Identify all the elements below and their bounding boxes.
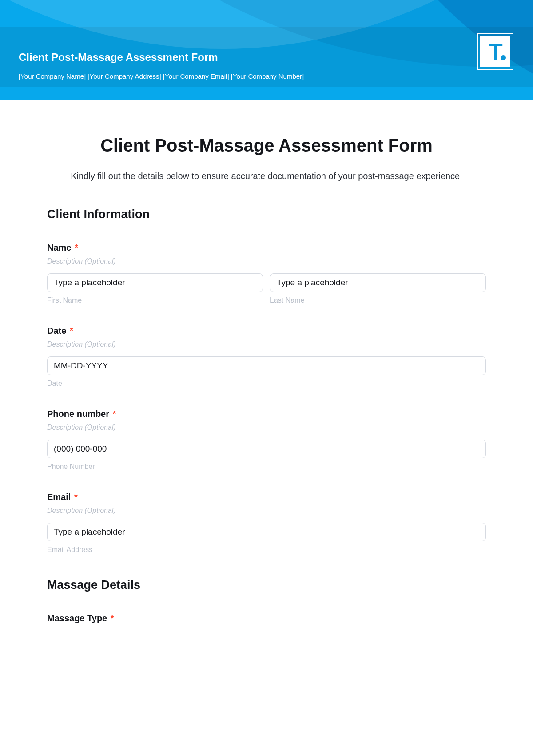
label-text: Email — [47, 492, 71, 502]
first-name-sublabel: First Name — [47, 296, 263, 304]
field-name: Name * Description (Optional) First Name… — [47, 243, 486, 304]
phone-input[interactable] — [47, 440, 486, 458]
required-mark: * — [75, 243, 78, 252]
phone-sublabel: Phone Number — [47, 463, 486, 471]
required-mark: * — [74, 492, 78, 502]
email-sublabel: Email Address — [47, 546, 486, 554]
field-date: Date * Description (Optional) Date — [47, 326, 486, 388]
banner-subline: [Your Company Name] [Your Company Addres… — [19, 72, 304, 80]
field-email-label: Email * — [47, 492, 486, 502]
page-title: Client Post-Massage Assessment Form — [47, 136, 486, 156]
field-email: Email * Description (Optional) Email Add… — [47, 492, 486, 554]
field-date-label: Date * — [47, 326, 486, 336]
field-date-desc: Description (Optional) — [47, 340, 486, 348]
company-logo: T — [477, 33, 513, 70]
last-name-sublabel: Last Name — [270, 296, 486, 304]
label-text: Date — [47, 326, 66, 336]
banner-text: Client Post-Massage Assessment Form [You… — [19, 51, 304, 80]
field-email-desc: Description (Optional) — [47, 507, 486, 515]
field-phone: Phone number * Description (Optional) Ph… — [47, 409, 486, 471]
required-mark: * — [113, 409, 116, 419]
field-massage-type: Massage Type * — [47, 613, 486, 624]
page-intro: Kindly fill out the details below to ens… — [47, 169, 486, 183]
date-input[interactable] — [47, 356, 486, 375]
first-name-input[interactable] — [47, 273, 263, 292]
banner-waves — [0, 0, 533, 100]
form-body: Client Post-Massage Assessment Form Kind… — [0, 100, 533, 641]
field-name-desc: Description (Optional) — [47, 257, 486, 265]
field-phone-label: Phone number * — [47, 409, 486, 419]
logo-letter: T — [489, 40, 502, 63]
header-banner: Client Post-Massage Assessment Form [You… — [0, 0, 533, 100]
field-phone-desc: Description (Optional) — [47, 424, 486, 432]
label-text: Name — [47, 243, 71, 252]
date-sublabel: Date — [47, 380, 486, 388]
section-client-information: Client Information — [47, 208, 486, 221]
field-name-label: Name * — [47, 243, 486, 253]
label-text: Massage Type — [47, 613, 107, 623]
label-text: Phone number — [47, 409, 109, 419]
section-massage-details: Massage Details — [47, 578, 486, 592]
banner-title: Client Post-Massage Assessment Form — [19, 51, 304, 64]
logo-dot-icon — [501, 55, 506, 60]
last-name-input[interactable] — [270, 273, 486, 292]
required-mark: * — [70, 326, 73, 336]
required-mark: * — [111, 613, 114, 623]
field-massage-type-label: Massage Type * — [47, 613, 486, 624]
email-input[interactable] — [47, 523, 486, 541]
